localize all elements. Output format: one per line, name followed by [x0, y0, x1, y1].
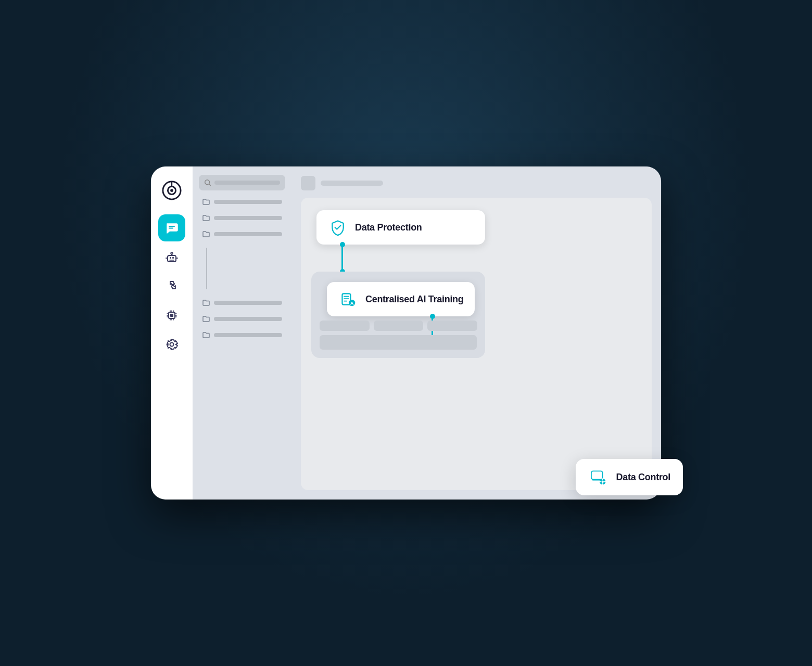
app-window: Data Protection	[151, 166, 661, 499]
svg-text:A: A	[350, 301, 354, 306]
file-item[interactable]	[199, 297, 285, 309]
file-item[interactable]	[199, 313, 285, 325]
sidebar-item-models[interactable]	[158, 302, 185, 329]
folder-icon	[202, 198, 210, 206]
file-item[interactable]	[199, 329, 285, 341]
file-item[interactable]	[199, 196, 285, 208]
file-list	[199, 196, 285, 240]
svg-line-30	[209, 184, 211, 186]
file-item-label	[214, 216, 282, 220]
svg-rect-7	[170, 257, 171, 259]
svg-point-2	[170, 189, 173, 192]
folder-icon	[202, 331, 210, 339]
connector-dot-top	[340, 242, 345, 247]
placeholder-bar	[374, 321, 424, 331]
placeholder-bar	[427, 321, 477, 331]
app-logo	[160, 179, 183, 202]
file-item[interactable]	[199, 212, 285, 224]
chat-icon	[165, 221, 179, 235]
folder-icon	[202, 214, 210, 222]
svg-rect-6	[168, 255, 176, 262]
file-item-label	[214, 317, 282, 321]
data-control-label: Data Control	[616, 472, 670, 483]
sidebar-item-settings[interactable]	[158, 331, 185, 358]
centralised-ai-training-node[interactable]: A Centralised AI Training	[327, 282, 475, 316]
chat-settings-icon	[588, 467, 608, 487]
search-bar[interactable]	[199, 175, 285, 190]
file-item-label	[214, 200, 282, 204]
file-item[interactable]	[199, 228, 285, 240]
svg-rect-37	[591, 471, 603, 479]
file-item-label	[214, 301, 282, 305]
chip-icon	[165, 309, 179, 322]
gray-section: A Centralised AI Training	[311, 272, 485, 358]
folder-icon	[202, 299, 210, 307]
sidebar-nav	[151, 214, 193, 487]
sidebar	[151, 166, 193, 499]
shield-icon	[328, 217, 348, 237]
data-protection-label: Data Protection	[355, 222, 422, 233]
sidebar-item-integrations[interactable]	[158, 273, 185, 300]
centralised-ai-training-label: Centralised AI Training	[365, 294, 463, 305]
search-icon	[204, 179, 211, 186]
top-bar-title	[321, 181, 383, 186]
file-list-2	[199, 297, 285, 341]
folder-icon	[202, 315, 210, 323]
svg-point-28	[170, 343, 174, 347]
robot-icon	[165, 250, 179, 264]
svg-rect-15	[170, 314, 173, 317]
svg-rect-8	[172, 257, 174, 259]
top-bar-square	[301, 176, 315, 190]
file-item-label	[214, 333, 282, 337]
folder-icon	[202, 230, 210, 238]
sidebar-item-chat[interactable]	[158, 214, 185, 241]
settings-icon	[165, 338, 179, 351]
main-top-bar	[301, 176, 652, 190]
connector-line-1	[341, 245, 343, 272]
sidebar-item-robot[interactable]	[158, 244, 185, 271]
file-panel	[193, 166, 291, 499]
svg-point-39	[601, 481, 603, 483]
data-protection-node[interactable]: Data Protection	[316, 210, 485, 245]
bottom-placeholders	[320, 321, 477, 350]
file-divider	[206, 248, 207, 289]
main-content: Data Protection	[291, 166, 661, 499]
file-item-label	[214, 232, 282, 236]
placeholder-bar	[320, 321, 370, 331]
workflow-area: Data Protection	[301, 198, 652, 490]
placeholder-full	[320, 335, 477, 350]
search-input-placeholder	[214, 181, 280, 185]
puzzle-icon	[165, 279, 179, 293]
ai-database-icon: A	[338, 289, 358, 309]
data-control-card[interactable]: Data Control	[576, 459, 683, 495]
